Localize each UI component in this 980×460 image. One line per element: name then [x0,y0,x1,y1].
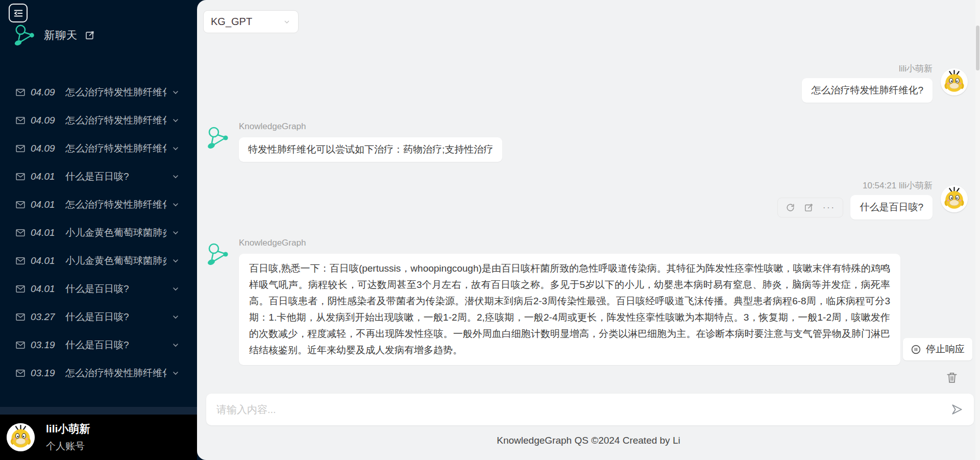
sidebar: 新聊天 04.09 怎么治疗特发性肺纤维化? 04.09 怎么治疗特发性肺纤维化… [0,0,197,460]
sidebar-history-item[interactable]: 03.19 怎么治疗特发性肺纤维化? [0,359,197,387]
history-date: 03.27 [31,311,60,323]
model-selector[interactable]: KG_GPT [203,10,299,33]
menu-fold-icon [13,8,24,19]
envelope-icon [15,115,26,126]
envelope-icon [15,368,26,378]
model-selector-value: KG_GPT [211,16,252,28]
yellow-duck-avatar [941,68,968,95]
chevron-down-icon[interactable] [172,285,180,293]
history-title: 什么是百日咳? [65,310,166,324]
message-meta: KnowledgeGraph [239,122,306,133]
chevron-down-icon[interactable] [172,369,180,377]
message-composer [206,394,974,425]
envelope-icon [15,200,26,210]
more-actions-button[interactable]: ··· [822,204,835,210]
message-meta: KnowledgeGraph [239,238,306,249]
envelope-icon [15,143,26,154]
history-title: 什么是百日咳? [65,170,166,183]
history-title: 什么是百日咳? [65,282,166,296]
chevron-down-icon[interactable] [172,313,180,321]
scrollbar-track[interactable] [975,0,980,460]
trash-icon [945,371,959,384]
user-avatar [7,423,35,451]
yellow-duck-avatar [7,423,35,451]
history-date: 04.01 [31,227,60,238]
history-date: 03.19 [31,340,60,351]
history-date: 04.09 [31,87,60,98]
history-date: 04.09 [31,115,60,126]
envelope-icon [15,340,26,350]
chevron-down-icon[interactable] [172,116,180,125]
history-title: 怎么治疗特发性肺纤维化? [65,142,166,155]
chevron-down-icon[interactable] [172,144,180,153]
scrollbar-thumb[interactable] [976,26,979,70]
send-arrow-icon [950,403,964,416]
message-bubble: 百日咳,熟悉一下：百日咳(pertussis，whoopingcough)是由百… [239,254,900,365]
refresh-icon [786,203,795,212]
history-title: 怎么治疗特发性肺纤维化? [65,367,166,380]
envelope-icon [15,172,26,182]
stop-response-button[interactable]: 停止响应 [903,338,972,360]
bot-message: KnowledgeGraph 特发性肺纤维化可以尝试如下治疗：药物治疗;支持性治… [206,122,502,162]
collapse-sidebar-button[interactable] [9,4,28,22]
sidebar-history-item[interactable]: 03.27 什么是百日咳? [0,303,197,331]
sidebar-history-item[interactable]: 03.19 什么是百日咳? [0,331,197,359]
chevron-down-icon[interactable] [172,201,180,209]
knowledge-graph-icon [13,23,37,47]
envelope-icon [15,87,26,98]
history-title: 怎么治疗特发性肺纤维化? [65,114,166,127]
pause-circle-icon [911,344,921,355]
chevron-down-icon[interactable] [172,173,180,181]
history-date: 04.01 [31,199,60,210]
sidebar-history-item[interactable]: 04.01 什么是百日咳? [0,275,197,303]
bot-message: KnowledgeGraph 百日咳,熟悉一下：百日咳(pertussis，wh… [206,238,900,365]
message-bubble: 特发性肺纤维化可以尝试如下治疗：药物治疗;支持性治疗 [239,137,502,162]
message-input[interactable] [216,404,950,416]
footer-credit: KnowledgeGraph QS ©2024 Created by Li [197,435,980,446]
sidebar-history-item[interactable]: 04.09 怎么治疗特发性肺纤维化? [0,134,197,162]
send-button[interactable] [950,403,964,416]
chevron-down-icon[interactable] [172,257,180,265]
history-date: 04.01 [31,255,60,267]
stop-response-label: 停止响应 [926,343,965,356]
edit-message-button[interactable] [804,203,814,212]
edit-icon [804,203,814,212]
history-date: 04.01 [31,171,60,182]
chevron-down-icon [283,18,291,26]
sidebar-history-item[interactable]: 04.09 怎么治疗特发性肺纤维化? [0,106,197,134]
envelope-icon [15,228,26,238]
yellow-duck-avatar [941,185,968,212]
message-actions-toolbar: ··· [777,198,843,217]
message-bubble: 怎么治疗特发性肺纤维化? [802,78,933,103]
history-date: 03.19 [31,368,60,379]
envelope-icon [15,312,26,322]
history-title: 小儿金黄色葡萄球菌肺炎... [65,226,166,239]
user-avatar [941,68,968,95]
knowledge-graph-icon [206,126,231,150]
sidebar-history-item[interactable]: 04.01 小儿金黄色葡萄球菌肺炎... [0,219,197,247]
user-account-panel[interactable]: lili小萌新 个人账号 [0,415,197,460]
chevron-down-icon[interactable] [172,88,180,96]
chevron-down-icon[interactable] [172,341,180,349]
compose-icon [85,30,95,40]
sidebar-history-item[interactable]: 04.01 小儿金黄色葡萄球菌肺炎... [0,247,197,275]
user-avatar [941,185,968,212]
chevron-down-icon[interactable] [172,229,180,237]
user-account-type: 个人账号 [46,440,90,453]
sidebar-bottom-divider [0,407,197,415]
new-chat-label: 新聊天 [44,28,78,42]
history-date: 04.01 [31,283,60,295]
clear-chat-button[interactable] [945,371,959,384]
user-name: lili小萌新 [46,422,90,436]
sidebar-history-item[interactable]: 04.01 怎么治疗特发性肺纤维化? [0,190,197,219]
regenerate-button[interactable] [786,203,795,212]
envelope-icon [15,256,26,266]
user-message: 10:54:21 lili小萌新 ··· 什么是百日咳? [777,180,968,220]
chat-main-area: KG_GPT lili小萌新 怎么治疗特发性肺纤维化? KnowledgeGra… [197,0,980,460]
chat-history-list: 04.09 怎么治疗特发性肺纤维化? 04.09 怎么治疗特发性肺纤维化? 04… [0,78,197,387]
sidebar-history-item[interactable]: 04.09 怎么治疗特发性肺纤维化? [0,78,197,106]
sidebar-history-item[interactable]: 04.01 什么是百日咳? [0,162,197,190]
new-chat-button[interactable]: 新聊天 [13,23,95,47]
history-date: 04.09 [31,143,60,154]
message-meta: lili小萌新 [899,63,933,74]
